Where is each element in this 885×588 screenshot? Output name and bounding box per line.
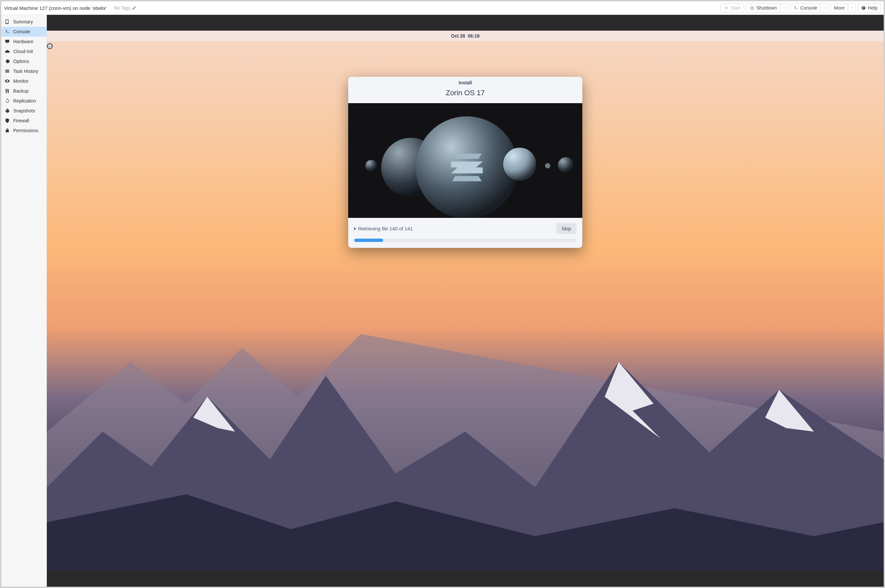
sidebar-item-label: Hardware — [13, 39, 33, 44]
body: Summary Console Hardware Cloud-Init Opti… — [2, 15, 883, 586]
header: Virtual Machine 127 (zorin-vm) on node '… — [2, 2, 883, 15]
install-progress-bar — [354, 238, 576, 242]
sidebar-item-label: Firewall — [13, 118, 29, 123]
save-icon — [5, 88, 10, 94]
topbar-date: Oct 28 — [451, 33, 465, 39]
sidebar-item-label: Monitor — [13, 78, 29, 84]
sidebar-item-console[interactable]: Console — [2, 27, 47, 37]
header-left: Virtual Machine 127 (zorin-vm) on node '… — [4, 5, 137, 11]
more-button[interactable]: More — [830, 3, 848, 12]
start-label: Start — [731, 5, 741, 10]
shutdown-label: Shutdown — [756, 5, 777, 10]
no-tags-label: No Tags — [114, 5, 131, 10]
sidebar-item-task-history[interactable]: Task History — [2, 66, 47, 76]
guest-desktop: Oct 28 06:18 Install Zorin OS 17 — [47, 31, 883, 571]
app-frame: Virtual Machine 127 (zorin-vm) on node '… — [1, 1, 884, 587]
pencil-icon — [132, 6, 137, 10]
help-icon — [861, 6, 866, 10]
more-label: More — [834, 5, 844, 10]
shutdown-dropdown[interactable] — [780, 3, 788, 12]
more-dropdown[interactable] — [848, 3, 856, 12]
sidebar-item-firewall[interactable]: Firewall — [2, 116, 47, 126]
unlock-icon — [5, 128, 10, 133]
eye-icon — [5, 78, 10, 84]
install-os-title: Zorin OS 17 — [348, 87, 582, 103]
console-label: Console — [800, 5, 817, 10]
zorin-logo-icon — [451, 154, 483, 181]
sidebar-item-label: Console — [13, 29, 30, 34]
chevron-down-icon — [783, 6, 786, 9]
disclosure-triangle-icon — [354, 227, 356, 230]
desktop-topbar: Oct 28 06:18 — [47, 31, 883, 41]
sidebar-item-label: Cloud-Init — [13, 49, 33, 54]
shutdown-split-button: Shutdown — [746, 3, 788, 12]
install-status-text: Retrieving file 140 of 141 — [358, 226, 413, 231]
play-icon — [724, 6, 729, 10]
page-title: Virtual Machine 127 (zorin-vm) on node '… — [4, 5, 107, 11]
list-icon — [5, 69, 10, 74]
sidebar-item-label: Snapshots — [13, 108, 35, 113]
install-status[interactable]: Retrieving file 140 of 141 — [354, 226, 554, 231]
sidebar-item-label: Permissions — [13, 128, 38, 133]
book-icon — [5, 19, 10, 24]
svg-point-6 — [558, 157, 574, 173]
console-button[interactable]: Console — [790, 3, 821, 12]
sidebar-item-hardware[interactable]: Hardware — [2, 37, 47, 46]
help-button[interactable]: Help — [858, 3, 881, 12]
terminal-icon — [794, 6, 798, 10]
sidebar-item-summary[interactable]: Summary — [2, 17, 47, 27]
install-dialog: Install Zorin OS 17 — [348, 77, 582, 248]
svg-point-1 — [365, 160, 377, 172]
start-button: Start — [720, 3, 744, 12]
mountains-background — [47, 247, 883, 571]
sidebar-item-label: Options — [13, 58, 29, 64]
console-split-button: Console — [790, 3, 828, 12]
sidebar-item-cloud-init[interactable]: Cloud-Init — [2, 46, 47, 56]
sidebar-item-monitor[interactable]: Monitor — [2, 76, 47, 86]
svg-point-4 — [503, 148, 536, 181]
history-icon — [5, 108, 10, 113]
power-icon — [750, 6, 754, 10]
sidebar: Summary Console Hardware Cloud-Init Opti… — [2, 15, 47, 586]
gear-icon — [5, 58, 10, 64]
shield-icon — [5, 118, 10, 123]
shutdown-button[interactable]: Shutdown — [746, 3, 780, 12]
monitor-icon — [5, 39, 10, 44]
install-footer: Retrieving file 140 of 141 Skip — [348, 218, 582, 238]
help-label: Help — [868, 5, 877, 10]
chevron-down-icon — [850, 6, 853, 9]
svg-point-5 — [545, 163, 550, 168]
topbar-time: 06:18 — [467, 33, 479, 39]
skip-button[interactable]: Skip — [556, 223, 576, 234]
terminal-icon — [5, 29, 10, 34]
sidebar-item-label: Backup — [13, 88, 29, 94]
install-hero-image — [348, 103, 582, 218]
console-area[interactable]: Oct 28 06:18 Install Zorin OS 17 — [47, 15, 883, 586]
install-window-title: Install — [348, 77, 582, 87]
sidebar-item-snapshots[interactable]: Snapshots — [2, 106, 47, 116]
more-split-button: More — [830, 3, 856, 12]
cloud-icon — [5, 49, 10, 54]
sidebar-item-backup[interactable]: Backup — [2, 86, 47, 96]
sidebar-item-label: Summary — [13, 19, 33, 24]
sidebar-item-permissions[interactable]: Permissions — [2, 126, 47, 135]
chevron-right-icon — [42, 119, 45, 122]
sync-icon — [5, 98, 10, 104]
install-progress-fill — [354, 238, 383, 242]
header-right: Start Shutdown Console — [720, 3, 881, 12]
sidebar-item-label: Task History — [13, 69, 38, 74]
corner-emblem — [47, 43, 53, 49]
console-dropdown[interactable] — [821, 3, 828, 12]
sidebar-item-label: Replication — [13, 98, 36, 104]
sidebar-item-replication[interactable]: Replication — [2, 96, 47, 106]
tags-area[interactable]: No Tags — [114, 5, 136, 10]
chevron-down-icon — [823, 6, 826, 9]
sidebar-item-options[interactable]: Options — [2, 56, 47, 66]
